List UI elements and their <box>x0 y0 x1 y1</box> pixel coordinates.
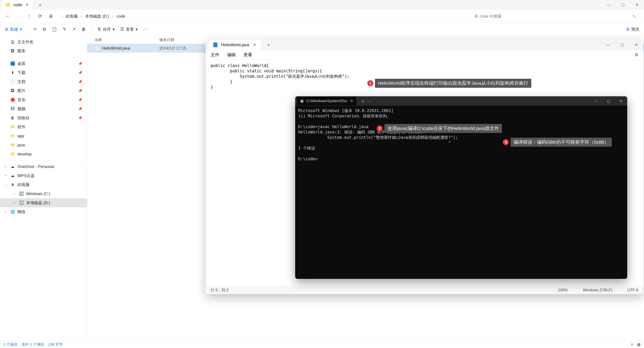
paste-button[interactable]: 📋 <box>52 27 57 32</box>
preview-button[interactable]: ⧉预览 <box>626 27 639 32</box>
maximize-button[interactable]: ▢ <box>616 0 630 10</box>
nav-item[interactable]: 📄文档📌 <box>0 77 87 86</box>
menu-edit[interactable]: 编辑 <box>227 52 236 58</box>
nav-item[interactable]: 🔴音乐📌 <box>0 95 87 104</box>
rename-button[interactable]: ✎ <box>63 27 66 32</box>
new-tab-button[interactable]: ＋ <box>38 1 42 8</box>
sort-icon: ⇅ <box>98 27 101 32</box>
nav-item[interactable]: 📁develop <box>0 150 87 159</box>
nav-item[interactable]: 📁java <box>0 141 87 150</box>
terminal-tab[interactable]: ▣ C:\Windows\System32\cı ✕ <box>297 97 356 105</box>
chevron-icon: › <box>112 14 114 18</box>
pin-icon: 📌 <box>78 116 82 120</box>
nav-icon: 📁 <box>10 125 15 129</box>
file-date: 2024/1/2 17:15 <box>159 46 203 51</box>
nav-icon: 📄 <box>10 80 15 84</box>
nav-item[interactable]: ⌄🖥此电脑 <box>0 180 87 189</box>
chevron-icon: > <box>5 165 8 169</box>
minimize-button[interactable]: — <box>601 39 615 50</box>
nav-icon: 📁 <box>10 152 15 156</box>
breadcrumb[interactable]: › 此电脑 › 本地磁盘 (D:) › code <box>62 13 125 19</box>
grid-view-icon[interactable]: ▦ <box>637 342 641 347</box>
plus-icon: ⊕ <box>5 27 8 32</box>
nav-item[interactable]: >☁OneDrive - Personal <box>0 162 87 171</box>
col-name[interactable]: 名称 <box>87 37 159 42</box>
folder-icon <box>6 3 10 7</box>
file-icon: 📄 <box>94 46 100 51</box>
cut-button[interactable]: ✂ <box>33 27 37 32</box>
chevron-icon: ⌄ <box>5 183 8 186</box>
crumb-2[interactable]: code <box>116 14 125 18</box>
menu-view[interactable]: 查看 <box>244 52 252 58</box>
annotation-3-text: 编译错误：编码GBK的不可映射字符（0x88） <box>510 138 612 147</box>
nav-item[interactable]: 🎞视频📌 <box>0 104 87 113</box>
nav-icon: ☁ <box>10 165 15 169</box>
back-button[interactable]: ← <box>5 13 10 19</box>
new-tab-button[interactable]: ＋ <box>266 41 271 48</box>
close-icon[interactable]: ✕ <box>253 42 256 47</box>
nav-item[interactable]: 🏠主文件夹 <box>0 37 87 46</box>
nav-item[interactable]: 🟦桌面📌 <box>0 59 87 68</box>
more-button[interactable]: ⋯ <box>143 27 148 32</box>
delete-button[interactable]: 🗑 <box>82 27 86 32</box>
copy-button[interactable]: ⧉ <box>43 27 46 32</box>
chevron-down-icon[interactable]: ⌄ <box>368 99 372 103</box>
nav-label: 图片 <box>18 88 26 93</box>
nav-label: develop <box>18 152 32 157</box>
nav-item[interactable]: 🖼图片📌 <box>0 86 87 95</box>
share-button[interactable]: ↗ <box>72 27 76 32</box>
nav-item[interactable]: >🌐网络 <box>0 207 87 216</box>
up-button[interactable]: ↑ <box>26 13 32 19</box>
file-name: HelloWorld.java <box>102 46 130 51</box>
maximize-button[interactable]: ▢ <box>615 39 629 50</box>
gear-icon[interactable]: ⚙ <box>634 52 638 57</box>
nav-icon: ☁ <box>10 174 15 178</box>
search-input[interactable] <box>474 14 630 18</box>
forward-button[interactable]: → <box>16 13 21 19</box>
new-button[interactable]: ⊕新建▾ <box>5 27 22 32</box>
close-button[interactable]: ✕ <box>630 0 644 10</box>
new-tab-button[interactable]: ＋ <box>360 98 365 104</box>
close-icon[interactable]: ✕ <box>350 99 353 103</box>
chevron-icon: › <box>62 14 63 18</box>
minimize-button[interactable]: — <box>602 0 616 10</box>
terminal-window: ▣ C:\Windows\System32\cı ✕ ＋ ⌄ — ▢ ✕ Mic… <box>295 96 627 279</box>
maximize-button[interactable]: ▢ <box>602 96 615 106</box>
encoding: UTF-8 <box>628 288 638 292</box>
nav-item[interactable]: >💽Windows (C:) <box>0 189 87 198</box>
explorer-tab[interactable]: code ✕ <box>2 0 32 10</box>
refresh-button[interactable]: ⟳ <box>37 13 42 19</box>
menu-file[interactable]: 文件 <box>211 52 219 58</box>
minimize-button[interactable]: — <box>590 96 602 106</box>
nav-label: 视频 <box>18 106 26 112</box>
nav-icon: 🖥 <box>10 182 15 187</box>
terminal-tab-title: C:\Windows\System32\cı <box>306 99 348 103</box>
crumb-0[interactable]: 此电脑 <box>66 13 78 19</box>
search-box[interactable]: 🔍 <box>471 12 639 21</box>
nav-label: 此电脑 <box>18 182 30 187</box>
col-date[interactable]: 修改日期 <box>159 37 203 42</box>
annotation-3: 3 编译错误：编码GBK的不可映射字符（0x88） <box>503 138 612 147</box>
nav-label: 图库 <box>18 48 26 54</box>
copy-icon: ⧉ <box>43 27 46 32</box>
nav-icon: 🎞 <box>10 107 15 111</box>
status-count: 1 个项目 <box>3 342 18 347</box>
close-button[interactable]: ✕ <box>615 96 627 106</box>
notepad-tab[interactable]: HelloWorld.java ✕ <box>209 40 261 50</box>
details-view-icon[interactable]: ≡ <box>631 342 633 347</box>
nav-item[interactable]: >☁WPS云盘 <box>0 171 87 180</box>
nav-item[interactable]: 📁软件 <box>0 122 87 132</box>
nav-item[interactable]: 📁app <box>0 132 87 141</box>
sort-button[interactable]: ⇅排序▾ <box>98 27 114 32</box>
chevron-icon: > <box>14 192 16 196</box>
close-icon[interactable]: ✕ <box>26 2 29 7</box>
nav-item[interactable]: >💽本地磁盘 (D:) <box>0 198 87 207</box>
view-button[interactable]: ☰查看▾ <box>120 27 138 32</box>
nav-item[interactable]: ⬇下载📌 <box>0 68 87 77</box>
close-button[interactable]: ✕ <box>629 39 643 50</box>
notepad-menubar: 文件 编辑 查看 ⚙ <box>206 50 643 60</box>
nav-label: 下载 <box>18 70 26 75</box>
crumb-1[interactable]: 本地磁盘 (D:) <box>85 13 109 19</box>
nav-item[interactable]: 🗑回收站📌 <box>0 113 87 122</box>
nav-item[interactable]: 🖼图库 <box>0 46 87 56</box>
